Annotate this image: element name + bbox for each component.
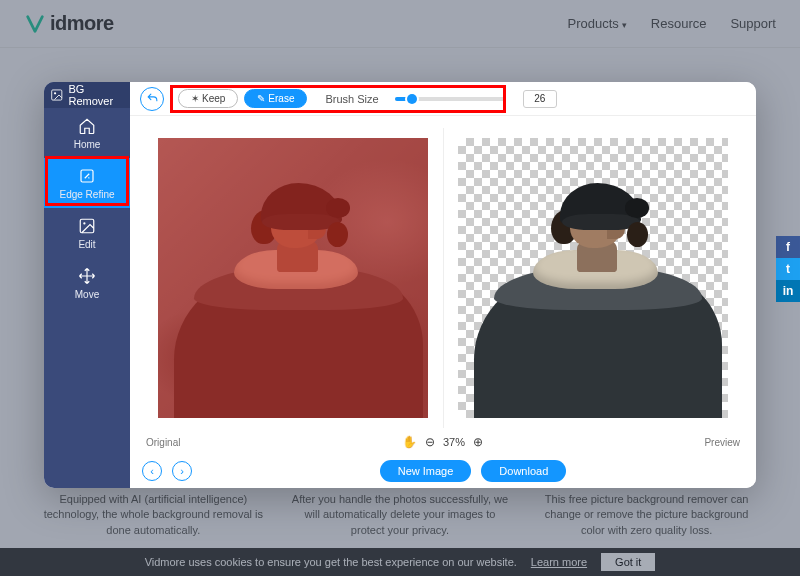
edit-icon	[78, 217, 96, 235]
twitter-icon[interactable]: t	[776, 258, 800, 280]
erase-mask-overlay	[158, 138, 428, 418]
preview-panel[interactable]	[443, 128, 743, 428]
canvas-footer: Original ✋ ⊖ 37% ⊕ Preview	[130, 430, 756, 454]
edge-toolbar: ✶Keep ✎Erase Brush Size 26	[130, 82, 756, 116]
keep-button[interactable]: ✶Keep	[178, 89, 238, 108]
sidebar-item-move[interactable]: Move	[44, 258, 130, 308]
erase-icon: ✎	[257, 93, 265, 104]
undo-icon	[146, 92, 159, 105]
canvas-row	[130, 116, 756, 430]
new-image-button[interactable]: New Image	[380, 460, 472, 482]
sidebar-item-home[interactable]: Home	[44, 108, 130, 158]
facebook-icon[interactable]: f	[776, 236, 800, 258]
zoom-controls: ✋ ⊖ 37% ⊕	[402, 435, 483, 449]
svg-rect-0	[52, 90, 62, 100]
sidebar-item-edge-refine[interactable]: Edge Refine	[44, 158, 130, 208]
sidebar-item-edit[interactable]: Edit	[44, 208, 130, 258]
next-image-button[interactable]: ›	[172, 461, 192, 481]
app-sidebar: BG Remover Home Edge Refine Edit Move	[44, 82, 130, 488]
download-button[interactable]: Download	[481, 460, 566, 482]
app-main: ✶Keep ✎Erase Brush Size 26	[130, 82, 756, 488]
app-title: BG Remover	[44, 82, 130, 108]
action-bar: ‹ › New Image Download	[130, 454, 756, 488]
hand-tool-icon[interactable]: ✋	[402, 435, 417, 449]
undo-button[interactable]	[140, 87, 164, 111]
move-icon	[78, 267, 96, 285]
preview-image[interactable]	[458, 138, 728, 418]
brush-size-value[interactable]: 26	[523, 90, 557, 108]
bg-remover-app: BG Remover Home Edge Refine Edit Move	[44, 82, 756, 488]
zoom-in-button[interactable]: ⊕	[473, 435, 483, 449]
edge-refine-icon	[78, 167, 96, 185]
zoom-value: 37%	[443, 436, 465, 448]
linkedin-icon[interactable]: in	[776, 280, 800, 302]
prev-image-button[interactable]: ‹	[142, 461, 162, 481]
original-label: Original	[146, 437, 180, 448]
svg-point-4	[83, 222, 85, 224]
original-panel[interactable]	[144, 128, 443, 428]
brush-size-label: Brush Size	[325, 93, 378, 105]
brush-size-slider[interactable]	[395, 97, 505, 101]
erase-button[interactable]: ✎Erase	[244, 89, 307, 108]
home-icon	[78, 117, 96, 135]
svg-point-1	[54, 92, 56, 94]
keep-icon: ✶	[191, 93, 199, 104]
original-image[interactable]	[158, 138, 428, 418]
preview-label: Preview	[704, 437, 740, 448]
slider-thumb[interactable]	[407, 94, 417, 104]
social-rail: f t in	[776, 236, 800, 302]
image-icon	[50, 88, 64, 102]
zoom-out-button[interactable]: ⊖	[425, 435, 435, 449]
mode-toggle: ✶Keep ✎Erase	[178, 89, 307, 108]
